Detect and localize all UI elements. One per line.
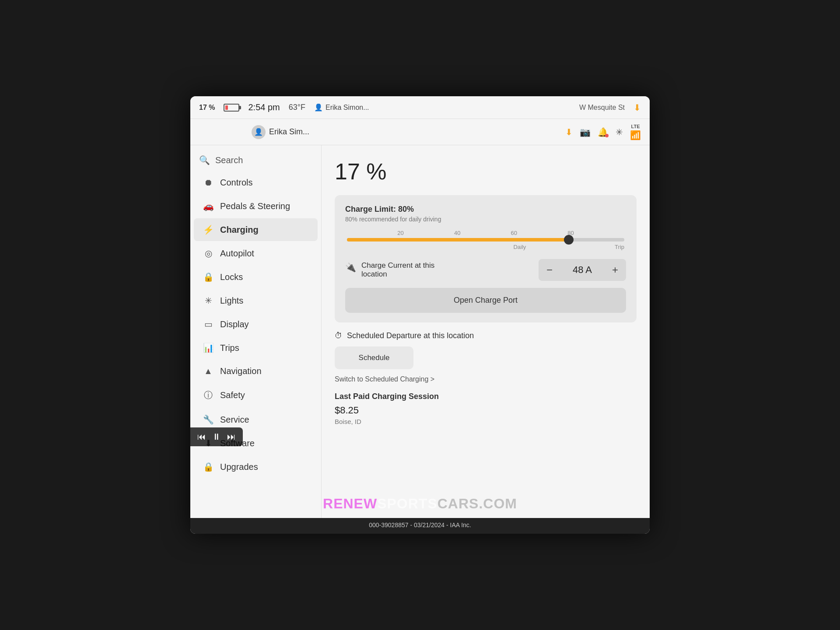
slider-fill xyxy=(347,238,569,242)
slider-daily-label: Daily xyxy=(513,244,526,250)
display-label: Display xyxy=(220,319,249,329)
autopilot-label: Autopilot xyxy=(220,248,254,259)
scheduled-departure-header: ⏱ Scheduled Departure at this location xyxy=(335,331,637,340)
upgrades-icon: 🔒 xyxy=(203,462,214,472)
sidebar-item-upgrades[interactable]: 🔒 Upgrades xyxy=(194,455,318,478)
decrement-button[interactable]: − xyxy=(539,259,560,281)
battery-main-percent: 17 % xyxy=(335,158,637,185)
bottom-bar-text: 000-39028857 - 03/21/2024 - IAA Inc. xyxy=(369,522,471,528)
charge-current-label: 🔌 Charge Current at this location xyxy=(345,261,450,279)
status-temp: 63°F xyxy=(289,103,305,112)
switch-to-charging-link[interactable]: Switch to Scheduled Charging > xyxy=(335,375,434,383)
sidebar-item-display[interactable]: ▭ Display xyxy=(194,313,318,336)
sidebar-item-charging[interactable]: ⚡ Charging xyxy=(194,218,318,241)
sidebar-item-autopilot[interactable]: ◎ Autopilot xyxy=(194,242,318,265)
media-controls: ⏮ ⏸ ⏭ xyxy=(190,427,243,446)
slider-trip-label: Trip xyxy=(615,244,624,250)
charge-limit-card: Charge Limit: 80% 80% recommended for da… xyxy=(335,195,637,322)
schedule-row: Schedule xyxy=(335,346,637,369)
charge-limit-title: Charge Limit: 80% xyxy=(345,205,626,214)
trips-icon: 📊 xyxy=(203,343,214,353)
search-icon: 🔍 xyxy=(199,155,210,165)
battery-percent: 17 % xyxy=(199,104,215,112)
charge-current-row: 🔌 Charge Current at this location − 48 A… xyxy=(345,259,626,281)
increment-button[interactable]: + xyxy=(604,259,626,281)
controls-icon: ⏺ xyxy=(203,178,214,188)
header-icons: ⬇ 📷 🔔 ✳ LTE 📶 xyxy=(565,124,641,140)
sidebar-item-locks[interactable]: 🔒 Locks xyxy=(194,266,318,288)
autopilot-icon: ◎ xyxy=(203,248,214,259)
navigation-label: Navigation xyxy=(220,366,262,376)
locks-label: Locks xyxy=(220,272,243,282)
controls-label: Controls xyxy=(220,178,252,188)
header-bar: 👤 Erika Sim... ⬇ 📷 🔔 ✳ LTE 📶 xyxy=(190,119,650,145)
user-avatar-icon: 👤 xyxy=(314,103,323,112)
status-user: 👤 Erika Simon... xyxy=(314,103,369,112)
sidebar-item-navigation[interactable]: ▲ Navigation xyxy=(194,360,318,382)
slider-thumb[interactable] xyxy=(564,235,574,245)
notification-icon[interactable]: 🔔 xyxy=(598,127,609,137)
prev-track-icon[interactable]: ⏮ xyxy=(197,432,206,442)
status-location: W Mesquite St xyxy=(579,104,625,112)
main-panel: 17 % Charge Limit: 80% 80% recommended f… xyxy=(322,145,650,518)
status-time: 2:54 pm xyxy=(248,102,280,112)
download-header-icon[interactable]: ⬇ xyxy=(565,127,573,137)
pedals-icon: 🚗 xyxy=(203,201,214,211)
service-label: Service xyxy=(220,415,249,425)
charge-limit-subtitle: 80% recommended for daily driving xyxy=(345,216,626,223)
lights-label: Lights xyxy=(220,296,243,306)
service-icon: 🔧 xyxy=(203,414,214,425)
download-icon: ⬇ xyxy=(634,102,641,113)
status-bar: 17 % 2:54 pm 63°F 👤 Erika Simon... W Mes… xyxy=(190,96,650,119)
sidebar-item-trips[interactable]: 📊 Trips xyxy=(194,336,318,359)
charge-limit-slider[interactable]: 20 40 60 80 Daily Trip xyxy=(345,230,626,242)
bottom-bar: 000-39028857 - 03/21/2024 - IAA Inc. xyxy=(190,518,650,534)
slider-labels: 20 40 60 80 xyxy=(345,230,626,236)
header-username: Erika Sim... xyxy=(269,127,309,136)
sidebar-item-safety[interactable]: ⓘ Safety xyxy=(194,383,318,407)
navigation-icon: ▲ xyxy=(203,366,214,376)
lte-label: LTE xyxy=(631,124,640,129)
locks-icon: 🔒 xyxy=(203,272,214,282)
charge-current-value: 48 A xyxy=(560,264,604,276)
sidebar-item-lights[interactable]: ✳ Lights xyxy=(194,289,318,312)
last-charging-amount: $8.25 xyxy=(335,405,637,416)
signal-icon: 📶 xyxy=(630,130,641,140)
battery-icon xyxy=(224,104,239,112)
play-pause-icon[interactable]: ⏸ xyxy=(212,432,221,442)
search-label: Search xyxy=(215,155,243,165)
sidebar-item-pedals[interactable]: 🚗 Pedals & Steering xyxy=(194,195,318,217)
lights-icon: ✳ xyxy=(203,295,214,306)
slider-track[interactable]: Daily Trip xyxy=(347,238,624,242)
header-user: 👤 Erika Sim... xyxy=(252,125,309,139)
safety-icon: ⓘ xyxy=(203,389,214,401)
upgrades-label: Upgrades xyxy=(220,462,258,472)
watermark: RENEWSPORTSCARS.COM xyxy=(323,496,517,512)
main-content: 🔍 Search ⏺ Controls 🚗 Pedals & Steering … xyxy=(190,145,650,518)
open-charge-port-button[interactable]: Open Charge Port xyxy=(345,288,626,313)
sidebar-item-controls[interactable]: ⏺ Controls xyxy=(194,172,318,194)
charging-label: Charging xyxy=(220,225,259,235)
last-charging-title: Last Paid Charging Session xyxy=(335,392,637,401)
plug-icon: 🔌 xyxy=(345,262,356,273)
camera-icon[interactable]: 📷 xyxy=(580,127,591,137)
display-icon: ▭ xyxy=(203,319,214,329)
charge-stepper: − 48 A + xyxy=(539,259,626,281)
avatar: 👤 xyxy=(252,125,266,139)
safety-label: Safety xyxy=(220,390,245,400)
bluetooth-icon[interactable]: ✳ xyxy=(616,127,623,137)
trips-label: Trips xyxy=(220,343,239,353)
sidebar: 🔍 Search ⏺ Controls 🚗 Pedals & Steering … xyxy=(190,145,322,518)
last-charging-location: Boise, ID xyxy=(335,418,637,425)
pedals-label: Pedals & Steering xyxy=(220,201,290,211)
next-track-icon[interactable]: ⏭ xyxy=(227,432,236,442)
search-item[interactable]: 🔍 Search xyxy=(190,150,321,171)
charging-icon: ⚡ xyxy=(203,224,214,235)
schedule-button[interactable]: Schedule xyxy=(335,346,413,369)
clock-icon: ⏱ xyxy=(335,331,343,340)
